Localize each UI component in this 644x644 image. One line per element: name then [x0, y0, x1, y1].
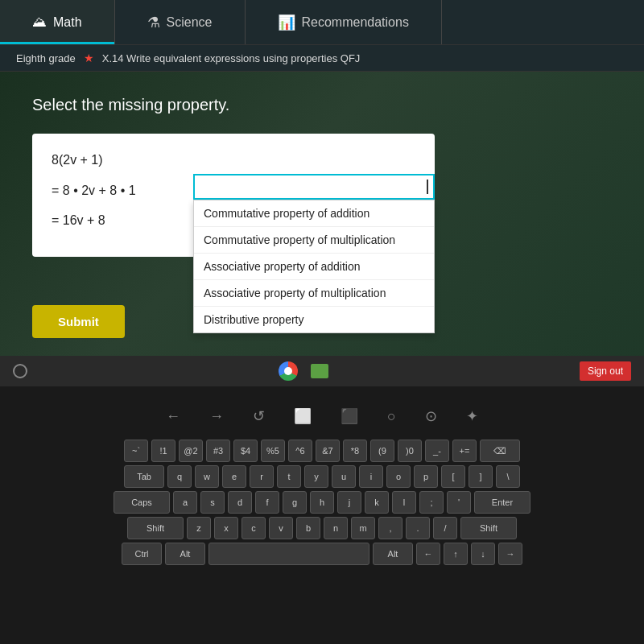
- key-h[interactable]: h: [310, 491, 334, 514]
- key-semicolon[interactable]: ;: [419, 491, 444, 514]
- dropdown-option-1[interactable]: Commutative property of addition: [194, 200, 434, 227]
- keyboard-row-symbols: ~` !1 @2 #3 $4 %5 ^6 &7 *8 (9 )0 _- += ⌫: [8, 440, 636, 462]
- content-area: Select the missing property. 8(2v + 1) =…: [0, 72, 644, 394]
- key-3[interactable]: #3: [206, 440, 230, 462]
- home-button[interactable]: ○: [381, 406, 402, 427]
- keyboard-row-asdf: Caps a s d f g h j k l ; ' Enter: [8, 491, 636, 514]
- key-t[interactable]: t: [277, 465, 301, 488]
- files-icon[interactable]: [311, 364, 328, 378]
- keyboard-row-zxcv: Shift z x c v b n m , . / Shift: [8, 517, 636, 539]
- key-e[interactable]: e: [222, 465, 246, 488]
- key-u[interactable]: u: [332, 465, 356, 488]
- key-lbracket[interactable]: [: [441, 465, 465, 488]
- dropdown-input[interactable]: [193, 174, 435, 200]
- key-y[interactable]: y: [304, 465, 328, 488]
- key-q[interactable]: q: [167, 465, 192, 488]
- key-alt[interactable]: Alt: [165, 543, 205, 565]
- dropdown-list: Commutative property of addition Commuta…: [193, 200, 435, 333]
- key-2[interactable]: @2: [179, 440, 203, 462]
- split-button[interactable]: ⬛: [334, 406, 365, 427]
- key-arrow-down[interactable]: ↓: [471, 543, 495, 565]
- key-plus[interactable]: +=: [452, 440, 477, 462]
- tab-science-label: Science: [167, 15, 213, 30]
- key-i[interactable]: i: [359, 465, 383, 488]
- key-arrow-left[interactable]: ←: [416, 543, 440, 565]
- key-n[interactable]: n: [324, 517, 348, 539]
- breadcrumb: Eighth grade ★ X.14 Write equivalent exp…: [0, 45, 644, 72]
- key-tab[interactable]: Tab: [124, 465, 164, 488]
- key-slash[interactable]: /: [433, 517, 457, 539]
- key-9[interactable]: (9: [370, 440, 394, 462]
- key-z[interactable]: z: [187, 517, 211, 539]
- dropdown-option-5[interactable]: Distributive property: [194, 307, 434, 332]
- tab-recommendations[interactable]: 📊 Recommendations: [246, 0, 442, 44]
- key-m[interactable]: m: [351, 517, 375, 539]
- key-v[interactable]: v: [269, 517, 293, 539]
- brightness-button[interactable]: ✦: [460, 406, 485, 427]
- sign-out-button[interactable]: Sign out: [580, 361, 631, 381]
- key-c[interactable]: c: [242, 517, 266, 539]
- key-4[interactable]: $4: [233, 440, 258, 462]
- key-d[interactable]: d: [228, 491, 252, 514]
- key-f[interactable]: f: [255, 491, 279, 514]
- dropdown-option-3[interactable]: Associative property of addition: [194, 254, 434, 280]
- key-p[interactable]: p: [414, 465, 438, 488]
- key-quote[interactable]: ': [447, 491, 471, 514]
- key-enter[interactable]: Enter: [474, 491, 530, 514]
- key-rbracket[interactable]: ]: [469, 465, 493, 488]
- key-ctrl[interactable]: Ctrl: [122, 543, 162, 565]
- key-period[interactable]: .: [406, 517, 430, 539]
- key-g[interactable]: g: [283, 491, 307, 514]
- key-shift-right[interactable]: Shift: [460, 517, 517, 539]
- key-7[interactable]: &7: [316, 440, 340, 462]
- key-l[interactable]: l: [392, 491, 416, 514]
- taskbar: Sign out: [0, 356, 644, 386]
- tab-science[interactable]: ⚗ Science: [115, 0, 246, 44]
- key-s[interactable]: s: [200, 491, 225, 514]
- question-title: Select the missing property.: [32, 96, 612, 114]
- key-k[interactable]: k: [365, 491, 389, 514]
- search-button[interactable]: ⊙: [419, 406, 444, 427]
- key-space[interactable]: [208, 543, 369, 565]
- dropdown-option-2[interactable]: Commutative property of multiplication: [194, 227, 434, 254]
- key-shift-left[interactable]: Shift: [127, 517, 184, 539]
- submit-button[interactable]: Submit: [32, 305, 125, 338]
- key-b[interactable]: b: [296, 517, 320, 539]
- key-backspace[interactable]: ⌫: [480, 440, 520, 462]
- refresh-button[interactable]: ↺: [246, 406, 271, 427]
- key-0[interactable]: )0: [398, 440, 422, 462]
- math-icon: ⛰: [32, 14, 47, 31]
- key-w[interactable]: w: [195, 465, 219, 488]
- key-backslash[interactable]: \: [496, 465, 520, 488]
- key-backtick[interactable]: ~`: [124, 440, 148, 462]
- forward-button[interactable]: →: [203, 406, 230, 427]
- chrome-icon[interactable]: [279, 361, 298, 381]
- nav-bar: ⛰ Math ⚗ Science 📊 Recommendations: [0, 0, 644, 45]
- keyboard-nav-row: ← → ↺ ⬜ ⬛ ○ ⊙ ✦: [8, 402, 636, 430]
- key-arrow-right[interactable]: →: [498, 543, 522, 565]
- keyboard-area: ← → ↺ ⬜ ⬛ ○ ⊙ ✦ ~` !1 @2 #3 $4 %5 ^6 &7 …: [0, 386, 644, 644]
- key-8[interactable]: *8: [343, 440, 367, 462]
- key-j[interactable]: j: [337, 491, 361, 514]
- keyboard-row-qwerty: Tab q w e r t y u i o p [ ] \: [8, 465, 636, 488]
- key-arrow-up[interactable]: ↑: [444, 543, 468, 565]
- back-button[interactable]: ←: [159, 406, 187, 427]
- key-caps[interactable]: Caps: [114, 491, 170, 514]
- key-6[interactable]: ^6: [288, 440, 312, 462]
- key-5[interactable]: %5: [261, 440, 285, 462]
- key-comma[interactable]: ,: [378, 517, 402, 539]
- key-alt-right[interactable]: Alt: [373, 543, 413, 565]
- dropdown-option-4[interactable]: Associative property of multiplication: [194, 280, 434, 307]
- tab-recommendations-label: Recommendations: [302, 15, 409, 30]
- key-o[interactable]: o: [386, 465, 411, 488]
- window-button[interactable]: ⬜: [287, 406, 318, 427]
- key-x[interactable]: x: [214, 517, 238, 539]
- tab-math[interactable]: ⛰ Math: [0, 0, 115, 44]
- recommendations-icon: 📊: [278, 14, 295, 31]
- key-1[interactable]: !1: [151, 440, 175, 462]
- key-r[interactable]: r: [250, 465, 274, 488]
- key-a[interactable]: a: [173, 491, 197, 514]
- key-minus[interactable]: _-: [425, 440, 449, 462]
- keyboard-row-bottom: Ctrl Alt Alt ← ↑ ↓ →: [8, 543, 636, 565]
- breadcrumb-activity: X.14 Write equivalent expressions using …: [102, 52, 361, 64]
